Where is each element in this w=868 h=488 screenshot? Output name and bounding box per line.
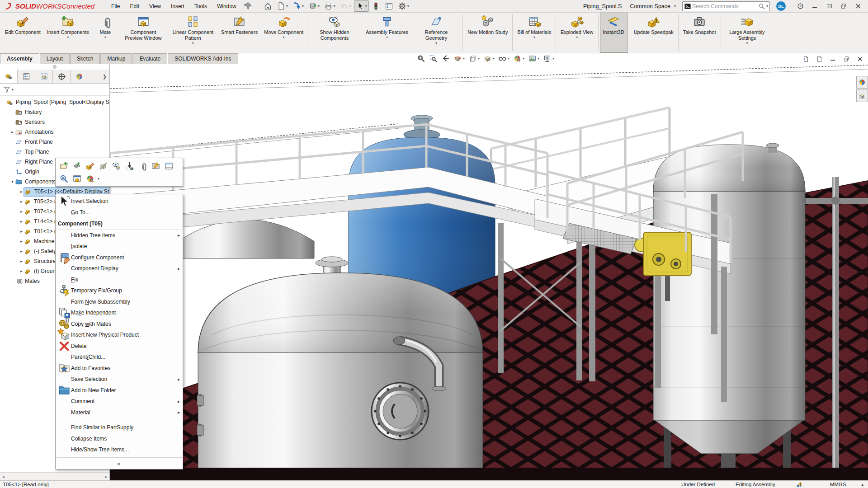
- apply-scene-button[interactable]: ▾: [526, 54, 541, 63]
- tab-assembly[interactable]: Assembly: [0, 53, 39, 64]
- zoom-area-button[interactable]: [427, 54, 439, 63]
- tree-row[interactable]: Sensors: [0, 117, 109, 127]
- resize-button[interactable]: [824, 1, 835, 11]
- configurationmanager-tab[interactable]: [35, 70, 53, 83]
- menu-insert[interactable]: Insert: [166, 1, 189, 12]
- move-component-button[interactable]: Move Component▾: [261, 13, 307, 53]
- dropdown-caret-icon[interactable]: ▾: [334, 4, 335, 8]
- menu-expand-chevron-icon[interactable]: »: [56, 460, 183, 468]
- dropdown-caret-icon[interactable]: ▾: [463, 56, 465, 61]
- scroll-left-icon[interactable]: ◂: [0, 474, 7, 479]
- select-cursor-button[interactable]: ▾: [354, 0, 369, 12]
- dropdown-caret-icon[interactable]: ▾: [104, 35, 106, 39]
- statusbar-expander-icon[interactable]: ▴: [861, 482, 863, 487]
- help-icon[interactable]: ?: [795, 1, 806, 11]
- instant3d-button[interactable]: Instant3D: [600, 13, 627, 53]
- menu-item-add-to-favorites[interactable]: Add to Favorites: [56, 363, 183, 374]
- tab-markup[interactable]: Markup: [100, 53, 132, 64]
- minimize-button[interactable]: [809, 1, 820, 11]
- win-restore-button[interactable]: [841, 54, 852, 63]
- search-icon[interactable]: [758, 3, 765, 10]
- mate-button[interactable]: Mate▾: [92, 13, 118, 53]
- assembly-features-button[interactable]: Assembly Features▾: [363, 13, 411, 53]
- bill-of-materials-button[interactable]: Bill of Materials▾: [514, 13, 554, 53]
- save-button[interactable]: ▾: [307, 0, 321, 12]
- import-button[interactable]: ▾: [291, 0, 306, 12]
- edit-component-button[interactable]: Edit Component: [2, 13, 44, 53]
- mate-button[interactable]: [136, 160, 149, 172]
- show-hidden-button[interactable]: [110, 160, 123, 172]
- tree-expand-icon[interactable]: ▸: [19, 229, 24, 234]
- menu-edit[interactable]: Edit: [125, 1, 144, 12]
- panel-horizontal-scrollbar[interactable]: ◂ ▸: [0, 472, 109, 480]
- dropdown-caret-icon[interactable]: ▾: [407, 4, 409, 8]
- menu-tools[interactable]: Tools: [189, 1, 212, 12]
- tree-expand-icon[interactable]: ▸: [19, 269, 24, 273]
- home-button[interactable]: [262, 0, 274, 12]
- dropdown-caret-icon[interactable]: ▾: [533, 35, 535, 39]
- reference-geometry-button[interactable]: Reference Geometry▾: [411, 13, 461, 53]
- view-settings-button[interactable]: ▾: [541, 54, 556, 63]
- component-properties-button[interactable]: [162, 160, 175, 172]
- zoom-selection-button[interactable]: [57, 172, 71, 185]
- win-min-button[interactable]: [827, 54, 838, 63]
- menu-item-find-similar-in-partsupply[interactable]: Find Similar in PartSupply: [56, 422, 183, 433]
- menu-item-fix[interactable]: Fix: [56, 274, 183, 286]
- new-motion-study-button[interactable]: New Motion Study: [464, 13, 511, 53]
- tree-filter[interactable]: ▾: [0, 84, 109, 96]
- dropdown-caret-icon[interactable]: ▾: [67, 35, 69, 39]
- insert-components-down-button[interactable]: [123, 160, 136, 172]
- doc-prev-button[interactable]: [800, 54, 811, 63]
- tree-row[interactable]: Top Plane: [0, 147, 109, 157]
- section-view-button[interactable]: ▾: [452, 54, 467, 63]
- tree-expand-icon[interactable]: ▸: [19, 239, 24, 244]
- close-button[interactable]: [853, 1, 863, 11]
- zoom-fit-button[interactable]: [415, 54, 427, 63]
- menu-file[interactable]: File: [106, 1, 125, 12]
- menu-item-save-selection[interactable]: Save Selection▸: [56, 374, 183, 385]
- previous-view-button[interactable]: [439, 54, 452, 63]
- menu-item-insert-new-physical-product[interactable]: Insert New Physical Product: [56, 329, 183, 341]
- view-orientation-button[interactable]: ▾: [467, 54, 481, 63]
- menu-item-isolate[interactable]: Isolate: [56, 241, 183, 252]
- menu-item-add-to-new-folder[interactable]: Add to New Folder: [56, 385, 183, 396]
- avatar[interactable]: DL: [776, 1, 786, 11]
- large-assembly-settings-button[interactable]: Large Assembly Settings▾: [722, 13, 772, 53]
- workspace-caret-icon[interactable]: ▾: [674, 4, 676, 8]
- search-box[interactable]: ▾: [682, 1, 770, 11]
- menu-item-delete[interactable]: Delete: [56, 341, 183, 352]
- configurationmanager-tab-tab[interactable]: [856, 89, 868, 102]
- dropdown-caret-icon[interactable]: ▾: [365, 4, 367, 8]
- component-preview-window-button[interactable]: [71, 172, 84, 185]
- doc-new-button[interactable]: [814, 54, 825, 63]
- graphics-area[interactable]: [110, 64, 868, 480]
- dropdown-caret-icon[interactable]: ▾: [386, 35, 388, 39]
- show-hidden-components-button[interactable]: Show Hidden Components: [310, 13, 359, 53]
- tree-expand-icon[interactable]: ▸: [19, 259, 24, 263]
- tab-evaluate[interactable]: Evaluate: [132, 53, 167, 64]
- document-tab[interactable]: T05<1> [Read-only]: [3, 482, 49, 487]
- menu-item-hide-show-tree-items-[interactable]: Hide/Show Tree Items...: [56, 444, 183, 455]
- tree-row[interactable]: ▸AAnnotations: [0, 127, 109, 137]
- win-close-button[interactable]: [854, 54, 865, 63]
- tree-expand-icon[interactable]: ▸: [19, 209, 24, 214]
- displaymanager-tab[interactable]: [71, 70, 88, 83]
- dropdown-caret-icon[interactable]: ▾: [493, 56, 495, 61]
- menu-item-make-independent[interactable]: Make Independent: [56, 307, 183, 319]
- displaymanager-tab-tab[interactable]: [856, 76, 868, 89]
- update-speedpak-button[interactable]: Update Speedpak: [631, 13, 677, 53]
- dropdown-caret-icon[interactable]: ▾: [523, 56, 524, 61]
- search-caret-icon[interactable]: ▾: [766, 4, 768, 8]
- dropdown-caret-icon[interactable]: ▾: [746, 41, 748, 45]
- menu-item-temporary-fix-group[interactable]: Temporary Fix/Group: [56, 285, 183, 296]
- edit-appearance-button[interactable]: [84, 172, 97, 185]
- menu-item-form-new-subassembly[interactable]: Form New Subassembly: [56, 296, 183, 308]
- print-button[interactable]: ▾: [322, 0, 337, 12]
- dropdown-caret-icon[interactable]: ▾: [478, 56, 480, 61]
- workspace-selector[interactable]: Common Space: [630, 3, 670, 9]
- menu-item-comment[interactable]: Comment▸: [56, 396, 183, 407]
- undo-button[interactable]: ▾: [338, 0, 353, 12]
- tree-expand-icon[interactable]: ▸: [10, 130, 15, 134]
- tree-expand-icon[interactable]: ▸: [19, 199, 24, 204]
- smart-fasteners-button[interactable]: [149, 160, 162, 172]
